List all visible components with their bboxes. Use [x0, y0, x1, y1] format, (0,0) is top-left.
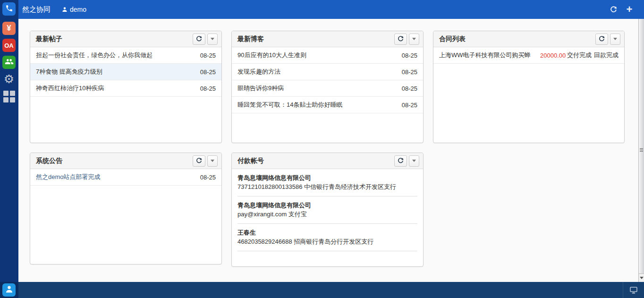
account-name: 青岛息壤网络信息有限公司 [237, 173, 417, 182]
payment-status: 回款完成 [594, 51, 619, 60]
panel-menu-button[interactable] [409, 34, 419, 45]
contract-name: 上海WW电子科技有限公司购买蝉 [439, 51, 534, 60]
gear-icon: ⚙ [4, 72, 14, 85]
contract-amount: 20000.00 [540, 52, 566, 59]
yuan-icon: ¥ [7, 24, 11, 33]
chevron-down-icon [211, 160, 214, 162]
panel-menu-button[interactable] [610, 34, 620, 45]
monitor-icon[interactable] [629, 286, 638, 294]
list-item[interactable]: 眼睛告诉你9种病 08-25 [232, 80, 423, 97]
panel-header: 付款帐号 [232, 153, 423, 169]
sidebar-item-crm[interactable] [2, 2, 16, 16]
avatar-person-icon [5, 285, 13, 295]
sidebar-item-cash[interactable]: ¥ [2, 22, 16, 35]
team-icon [5, 57, 14, 68]
account-detail: 4682035829246688 招商银行青岛分行开发区支行 [237, 237, 417, 246]
panel-title: 付款帐号 [237, 157, 392, 165]
user-name: demo [70, 6, 86, 13]
panel-header: 最新博客 [232, 31, 423, 47]
panel-refresh-button[interactable] [193, 155, 205, 167]
top-navbar: 然之协同 demo + [0, 0, 644, 19]
panel-menu-button[interactable] [409, 155, 419, 167]
list-item[interactable]: 90后应有的10大人生准则 08-25 [232, 47, 423, 64]
panel-contract-list: 合同列表 上海WW电子科技有限公司购买蝉 20000.00 交付完成 回款完成 [433, 31, 625, 143]
account-detail: pay@xirangit.com 支付宝 [237, 210, 417, 219]
chevron-down-icon [211, 38, 214, 40]
splitter-grip-icon [640, 148, 643, 153]
chevron-down-icon [613, 38, 617, 40]
payment-account[interactable]: 青岛息壤网络信息有限公司 pay@xirangit.com 支付宝 [232, 196, 423, 223]
panel-title: 最新帖子 [36, 35, 191, 43]
panel-menu-button[interactable] [207, 155, 218, 167]
panel-title: 最新博客 [237, 35, 392, 43]
list-item[interactable]: 7种食物 提高免疫力级别 08-25 [30, 64, 221, 80]
chevron-down-icon [412, 160, 416, 162]
display-mode-section [623, 282, 644, 298]
list-item[interactable]: 神奇西红柿治疗10种疾病 08-25 [30, 80, 221, 97]
sidebar-item-team[interactable] [2, 56, 16, 69]
sidebar-item-settings[interactable]: ⚙ [2, 72, 16, 85]
chevron-down-icon [640, 277, 644, 279]
list-item[interactable]: 然之demo站点部署完成 08-25 [30, 169, 221, 186]
panel-header: 合同列表 [433, 31, 624, 47]
payment-account[interactable]: 王春生 4682035829246688 招商银行青岛分行开发区支行 [232, 224, 423, 251]
add-icon[interactable]: + [625, 5, 634, 14]
app-sidebar: ¥ OA ⚙ [0, 0, 18, 298]
panel-menu-button[interactable] [207, 34, 218, 45]
panel-payment-accounts: 付款帐号 青岛息壤网络信息有限公司 7371210182800133586 中信… [231, 153, 424, 267]
app-brand[interactable]: 然之协同 [22, 5, 51, 14]
splitter-collapse-button[interactable] [639, 273, 644, 282]
list-item[interactable]: 担起一份社会责任，绿色办公，从你我做起 08-25 [30, 47, 221, 64]
phone-icon [5, 4, 13, 14]
dashboard-content: 最新帖子 担起一份社会责任，绿色办公，从你我做起 08-25 7种食物 提高免疫… [18, 19, 644, 282]
refresh-icon[interactable] [609, 5, 618, 14]
contract-status: 交付完成 回款完成 [567, 51, 619, 60]
account-detail: 7371210182800133586 中信银行青岛经济技术开发区支行 [237, 182, 417, 191]
panel-title: 系统公告 [36, 157, 191, 165]
current-user-avatar[interactable] [2, 283, 16, 297]
oa-icon: OA [4, 42, 14, 49]
panel-title: 合同列表 [439, 35, 593, 43]
panel-refresh-button[interactable] [193, 34, 205, 45]
delivery-status: 交付完成 [567, 51, 592, 60]
panel-refresh-button[interactable] [394, 34, 407, 45]
user-menu[interactable]: demo [62, 6, 86, 13]
panel-refresh-button[interactable] [394, 155, 407, 167]
account-name: 青岛息壤网络信息有限公司 [237, 201, 417, 210]
panel-announcements: 系统公告 然之demo站点部署完成 08-25 [30, 153, 222, 264]
sidebar-item-apps[interactable] [2, 90, 16, 103]
account-name: 王春生 [237, 228, 417, 237]
sidebar-bottom [0, 282, 18, 298]
panel-latest-blogs: 最新博客 90后应有的10大人生准则 08-25 发现乐趣的方法 08-25 眼… [231, 31, 424, 143]
grid-icon [3, 91, 15, 102]
chevron-down-icon [412, 38, 416, 40]
panel-latest-posts: 最新帖子 担起一份社会责任，绿色办公，从你我做起 08-25 7种食物 提高免疫… [30, 31, 222, 143]
contract-row[interactable]: 上海WW电子科技有限公司购买蝉 20000.00 交付完成 回款完成 [433, 47, 624, 64]
payment-account[interactable]: 青岛息壤网络信息有限公司 7371210182800133586 中信银行青岛经… [232, 169, 423, 196]
panel-refresh-button[interactable] [595, 34, 608, 45]
list-item[interactable]: 发现乐趣的方法 08-25 [232, 64, 423, 80]
panel-header: 系统公告 [30, 153, 221, 169]
divider [237, 251, 417, 251]
panel-header: 最新帖子 [30, 31, 221, 47]
user-icon [62, 7, 68, 12]
bottom-statusbar [18, 282, 644, 298]
right-splitter[interactable] [638, 19, 644, 282]
sidebar-item-oa[interactable]: OA [2, 39, 16, 52]
list-item[interactable]: 睡回笼觉不可取：14条贴士助你好睡眠 08-25 [232, 97, 423, 113]
